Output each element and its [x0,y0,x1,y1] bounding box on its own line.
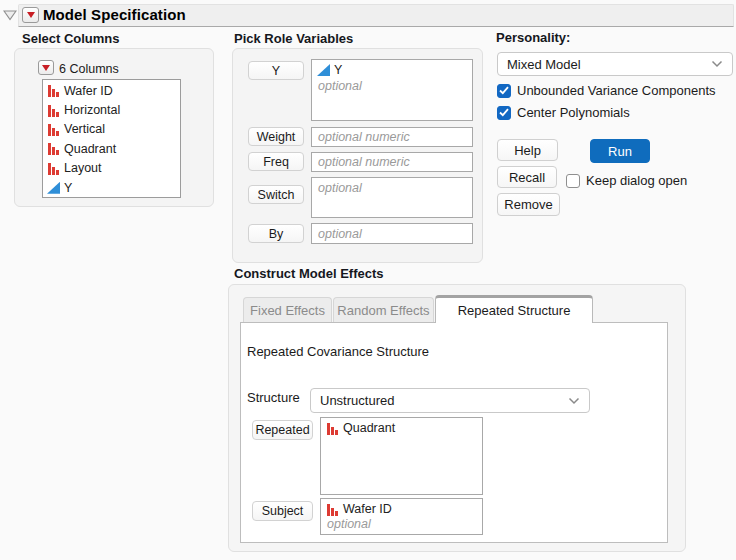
column-type-icon [47,104,60,117]
columns-listbox[interactable]: Wafer ID Horizontal Vertical Quadrant La… [42,79,181,198]
structure-value: Unstructured [320,393,394,408]
checkbox-label: Center Polynomials [517,105,630,120]
column-name: Quadrant [64,142,116,156]
check-icon [499,86,509,95]
structure-select[interactable]: Unstructured [310,388,590,413]
help-button[interactable]: Help [497,139,558,161]
column-item[interactable]: Y [43,178,180,197]
model-effects-header: Construct Model Effects [234,266,384,281]
role-item-name: Wafer ID [343,502,392,516]
keep-dialog-row[interactable]: Keep dialog open [566,173,687,188]
pick-roles-header: Pick Role Variables [234,31,353,46]
red-triangle-icon [42,65,50,71]
role-item-name: Quadrant [343,421,395,435]
column-type-icon [317,64,330,76]
tab-repeated-structure[interactable]: Repeated Structure [435,295,593,323]
column-type-icon [326,503,339,516]
column-name: Layout [64,161,102,175]
red-triangle-menu-button[interactable] [22,7,39,23]
subject-role-button[interactable]: Subject [252,501,313,521]
switch-role-box[interactable]: optional [311,177,473,218]
disclosure-triangle-icon[interactable] [3,9,17,21]
check-icon [499,108,509,117]
checkbox[interactable] [497,106,511,120]
checkbox[interactable] [497,84,511,98]
personality-options: Unbounded Variance Components Center Pol… [497,83,716,127]
by-role-box[interactable]: optional [311,223,473,244]
column-type-icon [47,142,60,155]
role-item[interactable]: Wafer ID [321,499,482,516]
column-name: Wafer ID [64,84,113,98]
repeated-role-box[interactable]: Quadrant [320,417,483,495]
keep-dialog-label: Keep dialog open [586,173,687,188]
switch-role-button[interactable]: Switch [248,185,304,204]
y-optional-text: optional [312,77,472,93]
keep-dialog-checkbox[interactable] [566,174,580,188]
column-type-icon [47,123,60,136]
personality-value: Mixed Model [507,57,581,72]
chevron-down-icon [711,60,723,68]
subject-optional-text: optional [321,516,482,531]
chevron-down-icon [568,397,580,405]
weight-role-box[interactable]: optional numeric [311,127,473,147]
y-role-box[interactable]: Y optional [311,59,473,121]
freq-placeholder: optional numeric [312,153,472,169]
column-item[interactable]: Vertical [43,120,180,139]
covariance-structure-label: Repeated Covariance Structure [247,344,429,359]
select-columns-header: Select Columns [22,31,120,46]
by-placeholder: optional [312,224,472,241]
freq-role-button[interactable]: Freq [248,152,304,171]
tab-fixed-effects[interactable]: Fixed Effects [243,297,332,322]
column-name: Y [64,181,72,195]
weight-placeholder: optional numeric [312,128,472,144]
red-triangle-icon [27,12,35,18]
role-item[interactable]: Y [312,60,472,77]
structure-label: Structure [247,390,300,405]
column-item[interactable]: Horizontal [43,100,180,119]
columns-menu-button[interactable] [38,60,54,75]
column-item[interactable]: Quadrant [43,139,180,158]
column-type-icon [47,84,60,97]
column-type-icon [326,422,339,435]
personality-select[interactable]: Mixed Model [497,52,733,76]
checkbox-label: Unbounded Variance Components [517,83,716,98]
checkbox-row[interactable]: Unbounded Variance Components [497,83,716,98]
role-item[interactable]: Quadrant [321,418,482,435]
weight-role-button[interactable]: Weight [248,127,304,146]
run-button[interactable]: Run [590,139,650,163]
freq-role-box[interactable]: optional numeric [311,152,473,172]
column-name: Horizontal [64,103,120,117]
columns-count-label: 6 Columns [59,62,119,76]
column-name: Vertical [64,122,105,136]
by-role-button[interactable]: By [248,224,304,243]
page-title: Model Specification [43,6,186,23]
checkbox-row[interactable]: Center Polynomials [497,105,716,120]
personality-label: Personality: [496,30,570,45]
switch-placeholder: optional [312,178,472,195]
role-item-name: Y [334,63,342,77]
remove-button[interactable]: Remove [497,193,560,216]
column-type-icon [47,182,60,194]
column-type-icon [47,162,60,175]
column-item[interactable]: Wafer ID [43,81,180,100]
subject-role-box[interactable]: Wafer ID optional [320,498,483,535]
recall-button[interactable]: Recall [497,166,557,188]
tab-random-effects[interactable]: Random Effects [333,297,434,322]
column-item[interactable]: Layout [43,159,180,178]
y-role-button[interactable]: Y [248,61,304,80]
repeated-role-button[interactable]: Repeated [252,420,313,440]
